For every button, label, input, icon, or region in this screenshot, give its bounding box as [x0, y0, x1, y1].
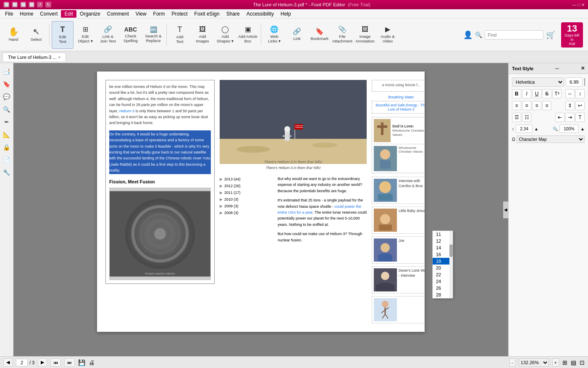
year-2010[interactable]: ▶ 2010 (3): [220, 196, 274, 203]
line-spacing-input[interactable]: [516, 124, 533, 133]
year-2012[interactable]: ▶ 2012 (26): [220, 183, 274, 189]
menu-organize[interactable]: Organize: [76, 10, 104, 18]
text-overflow-button[interactable]: ↕: [575, 89, 585, 98]
window-icon-2[interactable]: ⬜: [12, 2, 18, 8]
menu-convert[interactable]: Convert: [37, 10, 61, 18]
image-annotation-tool[interactable]: 🖼 ImageAnnotation: [354, 21, 376, 49]
add-text-tool[interactable]: T AddText: [169, 21, 191, 49]
sidebar-icon-bookmark[interactable]: 🔖: [2, 79, 12, 89]
power-link[interactable]: could power the entire USA for a year: [278, 204, 361, 214]
panel-options[interactable]: ···: [555, 66, 559, 71]
sidebar-icon-tools[interactable]: 🔧: [2, 167, 12, 177]
text-size-button[interactable]: T: [575, 113, 585, 122]
zoom-select[interactable]: 132.26% 100% 75% 50% 150%: [519, 358, 549, 367]
menu-foxit-esign[interactable]: Foxit eSign: [191, 10, 223, 18]
audio-video-tool[interactable]: ▶ Audio &Video: [377, 21, 399, 49]
link-join-tool[interactable]: 🔗 Link &Join Text: [97, 21, 119, 49]
sidebar-icon-search[interactable]: 🔍: [2, 104, 12, 114]
bookmark-tool[interactable]: 🔖 Bookmark: [309, 21, 331, 49]
panel-close-icon[interactable]: ✕: [581, 66, 585, 71]
align-center-button[interactable]: ≡: [522, 101, 531, 110]
edit-object-tool[interactable]: ⊞ EditObject ▾: [74, 21, 96, 49]
window-controls[interactable]: — □ ✕: [572, 3, 585, 7]
text-direction-button[interactable]: ↩: [575, 101, 585, 110]
menu-view[interactable]: View: [132, 10, 150, 18]
year-2009[interactable]: ▶ 2009 (3): [220, 203, 274, 209]
last-page-button[interactable]: ⏭: [64, 358, 75, 367]
zoom-out-button[interactable]: -: [509, 358, 515, 367]
number-list-button[interactable]: ☷: [522, 113, 531, 122]
add-article-box-tool[interactable]: ▣ Add ArticleBox: [237, 21, 259, 49]
char-map-select[interactable]: Character Map: [517, 135, 585, 143]
next-page-button[interactable]: ▶: [38, 358, 47, 367]
menu-home[interactable]: Home: [16, 10, 37, 18]
vertical-align-button[interactable]: ⇕: [565, 101, 575, 110]
edit-text-tool[interactable]: T EditText: [52, 21, 74, 49]
search-replace-tool[interactable]: 🔤 Search &Replace: [142, 21, 164, 49]
helium3-link[interactable]: Helium-3: [119, 109, 134, 113]
view-mode-icon-1[interactable]: ⊞: [562, 359, 567, 366]
menu-share[interactable]: Share: [223, 10, 243, 18]
menu-form[interactable]: Form: [150, 10, 168, 18]
window-icon-3[interactable]: ⬜: [20, 2, 26, 8]
window-icon-1[interactable]: ⬜: [3, 2, 9, 8]
tab-close-button[interactable]: ×: [58, 55, 61, 60]
file-attachment-tool[interactable]: 📎 FileAttachment: [331, 21, 353, 49]
decrease-indent-button[interactable]: ⇤: [555, 113, 564, 122]
align-justify-button[interactable]: ≡: [542, 101, 551, 110]
breathing-water-link[interactable]: Breathing Water: [388, 95, 414, 99]
panel-collapse-button[interactable]: ◀: [503, 201, 508, 218]
zoom-up[interactable]: ▲: [580, 127, 585, 131]
select-tool[interactable]: ↖ Select: [25, 21, 47, 49]
sidebar-icon-sign[interactable]: ✒: [2, 117, 12, 127]
first-page-button[interactable]: ⏮: [50, 358, 61, 367]
add-shapes-tool[interactable]: ◯ AddShapes ▾: [214, 21, 236, 49]
strikethrough-button[interactable]: S: [542, 89, 551, 98]
year-2013[interactable]: ▶ 2013 (44): [220, 176, 274, 183]
hand-tool[interactable]: ✋ Hand: [3, 21, 24, 49]
superscript-button[interactable]: T²: [552, 89, 562, 98]
year-2011[interactable]: ▶ 2011 (17): [220, 189, 274, 196]
menu-comment[interactable]: Comment: [104, 10, 132, 18]
web-links-tool[interactable]: 🌐 WebLinks ▾: [263, 21, 285, 49]
link-tool[interactable]: 🔗 Link: [286, 21, 308, 49]
font-color-swatch[interactable]: [584, 78, 585, 86]
zoom-input[interactable]: [559, 124, 579, 133]
underline-button[interactable]: U: [532, 89, 541, 98]
bold-button[interactable]: B: [512, 89, 521, 98]
document-tab[interactable]: The Lure of Helium-3 ... ×: [3, 53, 66, 61]
prev-page-button[interactable]: ◀: [3, 358, 13, 367]
dropdown-scrollbar-thumb[interactable]: [449, 244, 453, 257]
view-mode-icon-3[interactable]: ⊡: [580, 359, 585, 366]
font-family-select[interactable]: Helvetica Arial Times New Roman: [512, 77, 564, 87]
spacing-up[interactable]: ▲: [534, 127, 538, 131]
align-left-button[interactable]: ≡: [512, 101, 521, 110]
add-images-tool[interactable]: 🖼 AddImages: [192, 21, 213, 49]
text-fit-button[interactable]: ↔: [565, 89, 575, 98]
font-size-input[interactable]: [566, 77, 583, 87]
sidebar-icon-thumbnail[interactable]: 📑: [2, 66, 12, 77]
find-input[interactable]: [485, 30, 543, 40]
menu-help[interactable]: Help: [277, 10, 294, 18]
window-icon-5[interactable]: ↺: [37, 2, 43, 8]
check-spelling-tool[interactable]: ABC CheckSpelling: [120, 21, 142, 49]
bountiful-energy-link[interactable]: Bountiful and Safe Energy - The Lure of …: [376, 103, 425, 111]
year-2008[interactable]: ▶ 2008 (3): [220, 209, 274, 216]
sidebar-icon-layers[interactable]: 📐: [2, 130, 12, 140]
window-icon-6[interactable]: ↻: [45, 2, 51, 8]
align-right-button[interactable]: ≡: [532, 101, 541, 110]
title-bar-icons[interactable]: ⬜ ⬜ ⬜ ⬜ ↺ ↻: [3, 2, 51, 8]
menu-edit[interactable]: Edit: [61, 10, 76, 18]
menu-protect[interactable]: Protect: [168, 10, 191, 18]
cart-icon[interactable]: 🛒: [546, 30, 555, 40]
view-mode-icon-2[interactable]: ▤: [571, 359, 576, 366]
menu-accessibility[interactable]: Accessibility: [243, 10, 277, 18]
zoom-in-button[interactable]: +: [552, 358, 559, 367]
page-number-input[interactable]: [16, 359, 28, 366]
sidebar-icon-security[interactable]: 🔒: [2, 142, 12, 152]
bullet-list-button[interactable]: ☰: [512, 113, 521, 122]
window-icon-4[interactable]: ⬜: [29, 2, 34, 8]
increase-indent-button[interactable]: ⇥: [565, 113, 575, 122]
italic-button[interactable]: I: [522, 89, 531, 98]
menu-file[interactable]: File: [2, 10, 16, 18]
